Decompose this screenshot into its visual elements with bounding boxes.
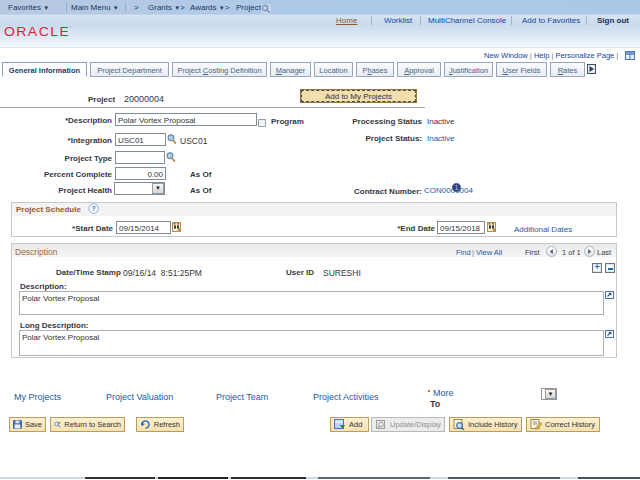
svg-text:?: ? [91, 204, 96, 213]
svg-text:1: 1 [455, 184, 459, 191]
